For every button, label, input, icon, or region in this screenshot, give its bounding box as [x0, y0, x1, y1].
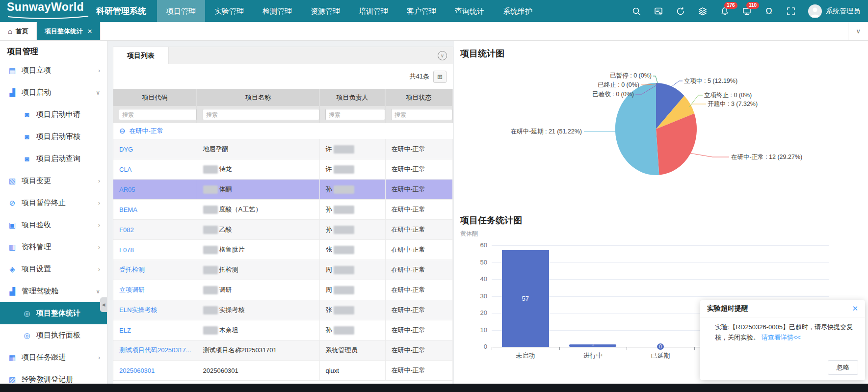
refresh-icon[interactable]	[676, 6, 685, 16]
nav-item[interactable]: 客户管理	[397, 0, 446, 22]
fullscreen-icon[interactable]	[786, 6, 796, 16]
nav-item[interactable]: 检测管理	[253, 0, 301, 22]
table-row[interactable]: ELZ木奈坦孙在研中-正常	[113, 320, 452, 340]
sidebar-item[interactable]: ▨经验教训登记册	[0, 368, 107, 384]
project-list-panel: 项目列表 ∨ 共41条 ⊞ 项目代码项目名称项目负责人项目状态 ⊖在研中-正常D…	[113, 47, 453, 381]
project-name-cell: 地屈孕酮	[197, 139, 319, 159]
sidebar-item[interactable]: ⊘项目暂停终止›	[0, 192, 107, 214]
project-name-cell: 测试项目名称2025031701	[197, 340, 319, 361]
column-header[interactable]: 项目状态	[385, 89, 452, 106]
sidebar-item[interactable]: ▧项目变更›	[0, 170, 107, 192]
project-status-pie-chart[interactable]: 立项中 : 5 (12.19%)开题中 : 3 (7.32%)在研中-正常 : …	[486, 63, 829, 200]
sidebar-item[interactable]: ▟项目启动∨	[0, 81, 107, 104]
column-search-input[interactable]	[391, 109, 452, 120]
nav-item[interactable]: 项目管理	[157, 0, 205, 22]
table-row[interactable]: ELN实操考核实操考核张在研中-正常	[113, 300, 452, 320]
user-menu[interactable]: 系统管理员	[808, 4, 860, 18]
nav-item[interactable]: 资源管理	[301, 0, 349, 22]
monitor-icon[interactable]: 110	[742, 6, 752, 16]
sidebar-item-label: 项目整体统计	[36, 309, 80, 318]
project-code-link[interactable]: ELN实操考核	[119, 306, 157, 314]
table-row[interactable]: F082乙酸孙在研中-正常	[113, 220, 452, 240]
column-header[interactable]: 项目名称	[197, 89, 319, 106]
panel-tab-project-list[interactable]: 项目列表	[113, 47, 169, 64]
column-header[interactable]: 项目代码	[113, 89, 197, 106]
popup-close-icon[interactable]: ✕	[852, 304, 858, 313]
table-row[interactable]: CLA特龙许在研中-正常	[113, 159, 452, 180]
table-row[interactable]: 20250603012025060301qiuxt在研中-正常	[113, 361, 452, 381]
project-code-link[interactable]: 受托检测	[119, 266, 145, 273]
project-code-link[interactable]: 2025060301	[119, 367, 155, 374]
layers-icon[interactable]	[698, 6, 708, 16]
nav-item[interactable]: 培训管理	[349, 0, 397, 22]
collapse-group-icon[interactable]: ⊖	[119, 127, 126, 135]
column-search-input[interactable]	[325, 109, 385, 120]
sidebar-item[interactable]: ▟管理驾驶舱∨	[0, 280, 107, 302]
sidebar-item[interactable]: ◎项目整体统计	[0, 302, 107, 324]
form-icon[interactable]	[654, 6, 663, 16]
archive-icon: ▥	[8, 243, 17, 252]
search-icon[interactable]	[631, 6, 641, 16]
sidebar-item[interactable]: ◙项目启动查询	[0, 148, 107, 170]
pie-label: 在研中-正常 : 12 (29.27%)	[731, 154, 802, 160]
group-row[interactable]: ⊖在研中-正常	[113, 123, 452, 139]
top-navbar: SunwayWorld 科研管理系统 项目管理实验管理检测管理资源管理培训管理客…	[0, 0, 868, 22]
sidebar-collapse-handle[interactable]: ◀	[100, 297, 107, 312]
column-search-input[interactable]	[119, 109, 197, 120]
popup-detail-link[interactable]: 请查看详情<<	[762, 334, 801, 341]
sidebar-item[interactable]: ▣项目验收›	[0, 214, 107, 236]
monitor-badge: 110	[746, 2, 759, 9]
table-row[interactable]: DYG地屈孕酮许在研中-正常	[113, 139, 452, 159]
sidebar-item[interactable]: ◈项目设置›	[0, 258, 107, 280]
y-axis-tick-label: 30	[458, 292, 487, 300]
column-header[interactable]: 项目负责人	[319, 89, 385, 106]
sidebar-item[interactable]: ◙项目启动申请	[0, 104, 107, 126]
ignore-button[interactable]: 忽略	[828, 360, 858, 375]
redacted-block	[334, 226, 354, 234]
table-row[interactable]: 受托检测托检测周在研中-正常	[113, 260, 452, 280]
tab[interactable]: 项目整体统计✕	[37, 22, 101, 40]
project-code-link[interactable]: F078	[119, 246, 134, 254]
nav-item[interactable]: 查询统计	[446, 0, 494, 22]
project-code-link[interactable]: ELZ	[119, 327, 131, 334]
bell-icon[interactable]: 176	[720, 6, 730, 16]
dashboard-icon: ▟	[8, 287, 17, 296]
table-row[interactable]: BEMA度酸（A工艺）孙在研中-正常	[113, 200, 452, 220]
sidebar-item[interactable]: ◎项目执行面板	[0, 324, 107, 346]
project-code-link[interactable]: F082	[119, 226, 134, 234]
redacted-block	[203, 246, 218, 254]
chevron-down-icon: ∨	[96, 288, 100, 295]
x-axis-tick	[694, 347, 695, 350]
tab[interactable]: ⌂首页	[0, 22, 37, 40]
table-row[interactable]: AR05体酮孙在研中-正常	[113, 180, 452, 200]
panel-collapse-icon[interactable]: ∨	[438, 51, 447, 60]
project-owner-cell: 孙	[319, 320, 385, 340]
nav-item[interactable]: 实验管理	[205, 0, 253, 22]
badge-icon: ◙	[23, 155, 31, 163]
project-owner-cell: 张	[319, 240, 385, 260]
project-code-link[interactable]: DYG	[119, 146, 133, 153]
home-icon: ⌂	[8, 27, 12, 35]
project-code-link[interactable]: 测试项目代码20250317...	[119, 346, 191, 354]
sidebar-item[interactable]: ◙项目启动审核	[0, 126, 107, 148]
column-settings-icon[interactable]: ⊞	[433, 71, 447, 83]
nav-item[interactable]: 系统维护	[494, 0, 542, 22]
table-row[interactable]: 测试项目代码20250317...测试项目名称2025031701系统管理员在研…	[113, 340, 452, 361]
project-code-link[interactable]: CLA	[119, 166, 132, 173]
column-search-input[interactable]	[203, 109, 319, 120]
omega-icon[interactable]: Ω	[764, 6, 774, 16]
app-screen: SunwayWorld 科研管理系统 项目管理实验管理检测管理资源管理培训管理客…	[0, 0, 868, 392]
project-code-link[interactable]: AR05	[119, 186, 135, 193]
sidebar-item[interactable]: ▤项目立项›	[0, 59, 107, 81]
table-row[interactable]: F078格鲁肽片张在研中-正常	[113, 240, 452, 260]
table-row[interactable]: 立项调研调研周在研中-正常	[113, 280, 452, 300]
settings-icon: ◈	[8, 265, 17, 274]
y-axis-tick-label: 40	[458, 275, 487, 283]
tab-close-icon[interactable]: ✕	[87, 28, 92, 35]
pie-label-line	[671, 81, 683, 87]
project-code-link[interactable]: 立项调研	[119, 286, 145, 293]
sidebar-item[interactable]: ▥资料管理›	[0, 236, 107, 258]
tab-list-chevron-down-icon[interactable]: ∨	[848, 22, 868, 40]
sidebar-item[interactable]: ▦项目任务跟进›	[0, 346, 107, 368]
project-code-link[interactable]: BEMA	[119, 206, 137, 213]
